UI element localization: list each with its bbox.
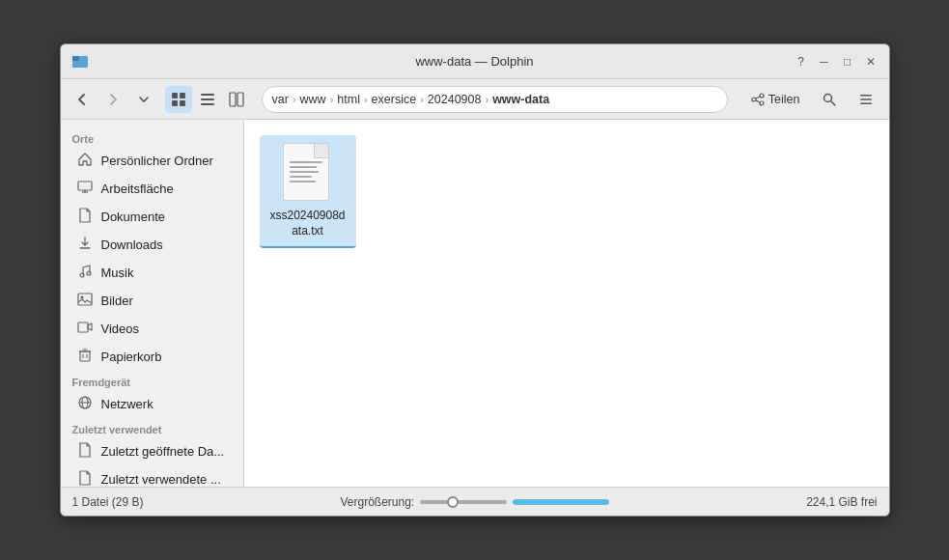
- list-view-button[interactable]: [194, 86, 221, 113]
- sidebar-item-recent-locations[interactable]: Zuletzt verwendete ...: [65, 465, 239, 487]
- main-content: Orte Persönlicher Ordner Arbeitsfläche D…: [61, 120, 889, 487]
- sidebar-item-label: Netzwerk: [101, 397, 154, 411]
- svg-rect-4: [172, 100, 178, 106]
- view-toggle-group: [165, 86, 250, 113]
- svg-point-13: [760, 101, 764, 105]
- breadcrumb-item-exersice[interactable]: exersice: [372, 93, 417, 106]
- sidebar-item-label: Downloads: [101, 238, 163, 252]
- svg-point-28: [80, 296, 83, 299]
- svg-rect-20: [860, 102, 872, 104]
- sidebar-item-personal-folder[interactable]: Persönlicher Ordner: [65, 147, 239, 175]
- file-icon-lines: [290, 161, 322, 185]
- file-count: 1 Datei (29 B): [72, 495, 144, 509]
- minimize-button[interactable]: ─: [816, 53, 833, 70]
- breadcrumb-item-html[interactable]: html: [337, 93, 360, 106]
- svg-rect-3: [180, 93, 185, 98]
- app-icon: [70, 52, 90, 71]
- svg-rect-9: [230, 93, 236, 106]
- svg-rect-7: [201, 98, 214, 100]
- icon-view-button[interactable]: [165, 86, 192, 113]
- svg-rect-6: [201, 94, 214, 96]
- svg-rect-18: [860, 95, 872, 97]
- videos-icon: [76, 320, 94, 338]
- svg-rect-19: [860, 98, 872, 100]
- sidebar-item-label: Zuletzt geöffnete Da...: [101, 444, 225, 459]
- sidebar-item-music[interactable]: Musik: [65, 259, 239, 287]
- document-icon: [76, 208, 94, 226]
- sidebar-section-zuletzt: Zuletzt verwendet: [61, 418, 243, 437]
- file-item[interactable]: xss20240908data.txt: [260, 135, 356, 248]
- split-view-button[interactable]: [223, 86, 250, 113]
- svg-rect-29: [78, 322, 88, 332]
- recent-locations-icon: [76, 470, 94, 487]
- share-button[interactable]: Teilen: [743, 90, 808, 109]
- music-icon: [76, 264, 94, 282]
- statusbar: 1 Datei (29 B) Vergrößerung: 224,1 GiB f…: [61, 487, 889, 516]
- forward-button[interactable]: [99, 86, 126, 113]
- svg-rect-8: [201, 103, 214, 105]
- svg-point-26: [87, 271, 91, 275]
- sidebar-item-label: Papierkorb: [101, 350, 162, 364]
- share-label: Teilen: [768, 93, 800, 106]
- recent-files-icon: [76, 442, 94, 461]
- breadcrumb-item-www[interactable]: www: [300, 93, 326, 106]
- zoom-thumb[interactable]: [447, 496, 459, 508]
- svg-rect-21: [78, 182, 92, 190]
- svg-rect-30: [80, 351, 90, 361]
- download-icon: [76, 236, 94, 254]
- window-controls: ? ─ □ ✕: [793, 53, 879, 70]
- zoom-label: Vergrößerung:: [340, 495, 414, 509]
- trash-icon: [76, 348, 94, 366]
- zoom-slider[interactable]: [420, 500, 507, 504]
- desktop-icon: [76, 180, 94, 198]
- sidebar-item-desktop[interactable]: Arbeitsfläche: [65, 175, 239, 203]
- file-icon-container: [283, 143, 333, 205]
- sidebar-item-network[interactable]: Netzwerk: [65, 390, 239, 418]
- svg-rect-1: [72, 56, 79, 61]
- sidebar-item-documents[interactable]: Dokumente: [65, 203, 239, 231]
- sidebar-item-recent-files[interactable]: Zuletzt geöffnete Da...: [65, 437, 239, 465]
- help-button[interactable]: ?: [793, 53, 810, 70]
- file-area[interactable]: xss20240908data.txt: [244, 120, 889, 487]
- breadcrumb[interactable]: var › www › html › exersice › 20240908 ›…: [262, 86, 728, 113]
- svg-rect-10: [237, 93, 243, 106]
- search-button[interactable]: [814, 89, 845, 110]
- breadcrumb-item-var[interactable]: var: [272, 93, 289, 106]
- toolbar: var › www › html › exersice › 20240908 ›…: [61, 79, 889, 120]
- close-button[interactable]: ✕: [862, 53, 879, 70]
- zoom-control: Vergrößerung:: [159, 495, 792, 509]
- svg-rect-5: [180, 100, 185, 106]
- sidebar-item-label: Persönlicher Ordner: [101, 154, 213, 168]
- breadcrumb-item-20240908[interactable]: 20240908: [428, 93, 482, 106]
- file-name: xss20240908data.txt: [267, 209, 349, 238]
- network-icon: [76, 395, 94, 413]
- svg-rect-27: [78, 294, 92, 305]
- svg-point-12: [752, 98, 756, 101]
- pictures-icon: [76, 292, 94, 310]
- sidebar: Orte Persönlicher Ordner Arbeitsfläche D…: [61, 120, 244, 487]
- svg-line-14: [756, 97, 760, 98]
- sidebar-item-label: Videos: [101, 322, 140, 336]
- titlebar: www-data — Dolphin ? ─ □ ✕: [61, 44, 889, 79]
- sidebar-section-fremdgerat: Fremdgerät: [61, 371, 243, 390]
- svg-point-25: [80, 273, 84, 277]
- file-icon-paper: [283, 143, 329, 201]
- home-icon: [76, 152, 94, 170]
- sidebar-item-videos[interactable]: Videos: [65, 315, 239, 343]
- sidebar-section-orte: Orte: [61, 127, 243, 147]
- menu-button[interactable]: [851, 89, 881, 110]
- svg-point-11: [760, 94, 764, 98]
- sidebar-item-pictures[interactable]: Bilder: [65, 287, 239, 315]
- window-title: www-data — Dolphin: [415, 54, 533, 69]
- sidebar-item-trash[interactable]: Papierkorb: [65, 343, 239, 371]
- back-button[interactable]: [69, 86, 96, 113]
- sidebar-item-label: Dokumente: [101, 210, 165, 224]
- sidebar-item-label: Arbeitsfläche: [101, 182, 174, 196]
- breadcrumb-item-current[interactable]: www-data: [492, 93, 549, 106]
- storage-bar: [513, 499, 609, 505]
- toolbar-actions: Teilen: [743, 89, 881, 110]
- svg-line-15: [756, 100, 760, 102]
- maximize-button[interactable]: □: [839, 53, 856, 70]
- dropdown-nav-button[interactable]: [130, 86, 157, 113]
- sidebar-item-downloads[interactable]: Downloads: [65, 231, 239, 259]
